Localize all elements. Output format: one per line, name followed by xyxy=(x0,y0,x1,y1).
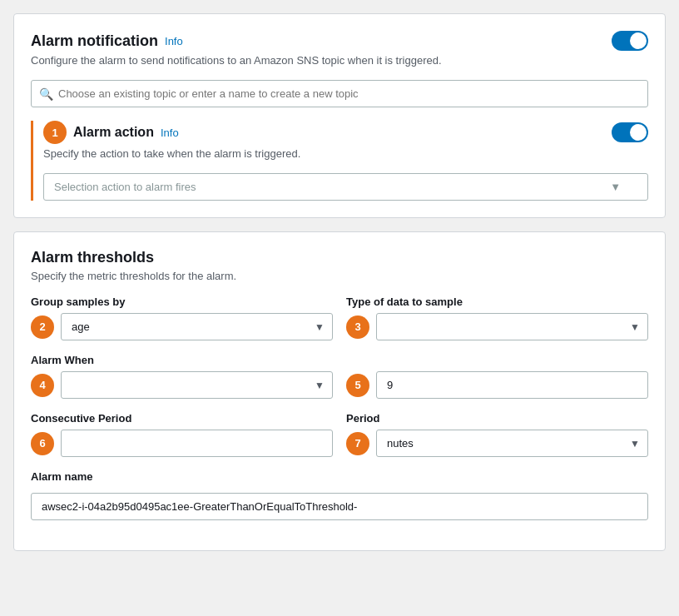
alarm-when-select[interactable] xyxy=(61,371,333,399)
step-7-badge: 7 xyxy=(346,432,369,455)
alarm-action-select-placeholder: Selection action to alarm fires xyxy=(54,181,196,193)
type-of-data-badge-row: 3 ▼ xyxy=(346,313,648,340)
group-samples-label: Group samples by xyxy=(31,296,333,308)
period-badge-row: 7 nutes 5 minutes 10 minutes 15 minutes … xyxy=(346,430,648,457)
group-samples-select[interactable]: age Average Sum Minimum Maximum xyxy=(61,313,333,340)
step-2-badge: 2 xyxy=(31,315,54,339)
row-consecutive-period: Consecutive Period 6 Period 7 nutes 5 mi… xyxy=(31,412,648,457)
alarm-action-select-arrow: ▼ xyxy=(610,181,621,193)
alarm-action-select-wrapper: Selection action to alarm fires ▼ xyxy=(43,173,648,201)
threshold-field: Threshold 5 xyxy=(346,354,648,399)
period-select-wrapper: nutes 5 minutes 10 minutes 15 minutes 30… xyxy=(376,430,648,457)
alarm-action-toggle[interactable] xyxy=(612,122,648,142)
alarm-notification-description: Configure the alarm to send notification… xyxy=(31,54,648,67)
row-group-samples-type: Group samples by 2 age Average Sum Minim… xyxy=(31,296,648,340)
alarm-when-field: Alarm When 4 ▼ xyxy=(31,354,333,399)
threshold-badge-row: 5 xyxy=(346,371,648,399)
type-of-data-field: Type of data to sample 3 ▼ xyxy=(346,296,648,340)
consecutive-period-input[interactable] xyxy=(61,430,333,457)
alarm-name-input[interactable] xyxy=(31,493,648,520)
period-select[interactable]: nutes 5 minutes 10 minutes 15 minutes 30… xyxy=(376,430,648,457)
alarm-action-section: 1 Alarm action Info Specify the action t… xyxy=(31,121,648,201)
step-4-badge: 4 xyxy=(31,374,54,397)
alarm-thresholds-title: Alarm thresholds xyxy=(31,249,154,266)
alarm-notification-title: Alarm notification xyxy=(31,32,158,50)
type-of-data-select-wrapper: ▼ xyxy=(376,313,648,340)
alarm-when-label: Alarm When xyxy=(31,354,333,366)
group-samples-select-wrapper: age Average Sum Minimum Maximum ▼ xyxy=(61,313,333,340)
consecutive-period-label: Consecutive Period xyxy=(31,412,333,425)
type-of-data-select[interactable] xyxy=(376,313,648,340)
consecutive-period-badge-row: 6 xyxy=(31,430,333,457)
search-icon: 🔍 xyxy=(39,87,53,101)
step-3-badge: 3 xyxy=(346,315,369,339)
alarm-name-field: Alarm name xyxy=(31,470,648,520)
alarm-action-select[interactable]: Selection action to alarm fires ▼ xyxy=(43,173,648,201)
group-samples-badge-row: 2 age Average Sum Minimum Maximum ▼ xyxy=(31,313,333,340)
alarm-when-badge-row: 4 ▼ xyxy=(31,371,333,399)
alarm-notification-toggle[interactable] xyxy=(612,31,648,51)
alarm-notification-info-link[interactable]: Info xyxy=(165,35,183,47)
alarm-thresholds-description: Specify the metric thresholds for the al… xyxy=(31,270,648,282)
group-samples-field: Group samples by 2 age Average Sum Minim… xyxy=(31,296,333,340)
sns-topic-search-container: 🔍 xyxy=(31,80,648,107)
alarm-action-info-link[interactable]: Info xyxy=(161,127,179,139)
alarm-notification-card: Alarm notification Info Configure the al… xyxy=(13,13,666,218)
period-label: Period xyxy=(346,412,648,425)
period-field: Period 7 nutes 5 minutes 10 minutes 15 m… xyxy=(346,412,648,457)
step-1-badge: 1 xyxy=(43,121,67,144)
step-5-badge: 5 xyxy=(346,374,369,397)
row-alarm-when-threshold: Alarm When 4 ▼ Threshold 5 xyxy=(31,354,648,399)
alarm-when-select-wrapper: ▼ xyxy=(61,371,333,399)
alarm-name-label: Alarm name xyxy=(31,470,648,483)
alarm-action-description: Specify the action to take when the alar… xyxy=(43,147,648,160)
threshold-input[interactable] xyxy=(376,371,648,399)
alarm-thresholds-card: Alarm thresholds Specify the metric thre… xyxy=(13,231,666,551)
type-of-data-label: Type of data to sample xyxy=(346,296,648,308)
sns-topic-search-input[interactable] xyxy=(31,80,648,107)
step-6-badge: 6 xyxy=(31,432,54,455)
consecutive-period-field: Consecutive Period 6 xyxy=(31,412,333,457)
alarm-action-title: Alarm action xyxy=(73,125,154,140)
